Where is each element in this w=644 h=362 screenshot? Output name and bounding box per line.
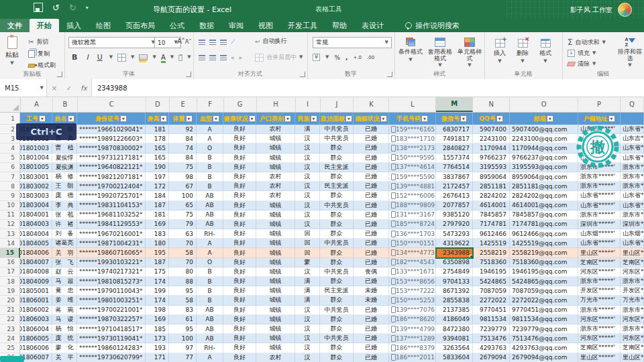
cell-L18[interactable]: 153****8656 (389, 277, 436, 286)
cell-D2[interactable]: 181 (146, 125, 169, 134)
cell-A24[interactable]: 201806005 (20, 334, 52, 343)
filter-button-P[interactable]: ▼ (608, 115, 615, 122)
cell-B4[interactable]: 曹 植 (52, 143, 77, 153)
underline-button[interactable]: U (95, 53, 105, 62)
cell-I14[interactable]: 回 (295, 239, 320, 248)
cell-L2[interactable]: 159****6165 (389, 125, 436, 134)
fill-button[interactable]: ↓ 填充 ▼ (568, 49, 606, 58)
cell-B15[interactable]: 关 羽 (52, 248, 77, 257)
cell-I9[interactable]: 汉 (295, 191, 320, 200)
cell-K19[interactable]: 未婚 (354, 286, 389, 296)
column-header-I[interactable]: I (296, 97, 321, 112)
cell-H5[interactable]: 城镇 (256, 154, 295, 163)
column-header-A[interactable]: A (21, 97, 53, 112)
cell-G26[interactable]: 良好 (223, 353, 256, 362)
cell-F7[interactable]: B (197, 172, 223, 182)
cell-Q3[interactable]: 山东吉*** (621, 134, 644, 143)
cell-L4[interactable]: 138****2173 (389, 143, 436, 153)
cell-Q19[interactable]: 开发区*** (621, 286, 644, 296)
cell-O5[interactable]: 9766237@qq.com (510, 154, 578, 163)
cell-O7[interactable]: 8959064@qq.com (510, 172, 578, 182)
cell-Q13[interactable]: 山东烟*** (621, 229, 644, 239)
cell-O12[interactable]: 7174781@qq.com (510, 220, 578, 229)
cell-G4[interactable]: 良好 (223, 143, 256, 153)
undo-icon[interactable]: ↺ (52, 3, 60, 12)
cell-O6[interactable]: 3195593@qq.com (510, 163, 578, 172)
cell-O4[interactable]: 1170944@qq.com (510, 143, 578, 153)
cell-G25[interactable]: 良好 (223, 343, 256, 353)
merge-center-button[interactable]: 合并后居中 ▼ (255, 53, 303, 62)
cell-Q6[interactable]: 浙东市*** (621, 163, 644, 172)
filter-button-L[interactable]: ▼ (421, 115, 428, 122)
cell-F2[interactable]: A (197, 125, 223, 134)
copy-button[interactable]: 复制 (28, 50, 50, 58)
cell-Q7[interactable]: 浙东市*** (621, 172, 644, 182)
name-box-dropdown-icon[interactable]: ▼ (40, 86, 44, 90)
tab-insert[interactable]: 插入 (59, 19, 89, 32)
cell-K15[interactable]: 已婚 (354, 248, 389, 257)
cell-H15[interactable]: 城镇 (256, 248, 295, 257)
row-header-22[interactable]: 22 (0, 315, 20, 324)
cell-D3[interactable]: 178 (146, 134, 169, 143)
align-top-icon[interactable] (199, 40, 205, 45)
cell-H6[interactable]: 城镇 (256, 163, 295, 172)
cell-P23[interactable]: 浙东市*****' (578, 324, 621, 334)
cell-H25[interactable]: 城镇 (256, 343, 295, 353)
cell-M4[interactable]: 2840827 (436, 143, 473, 153)
cell-O21[interactable]: 9770451@qq.com (510, 306, 578, 315)
cell-P16[interactable]: 芝南区*****' (578, 258, 621, 267)
fill-color-dropdown-icon[interactable]: ▼ (152, 55, 156, 60)
cell-L17[interactable]: 133****1671 (389, 267, 436, 277)
cell-Q20[interactable]: 万光市*** (621, 296, 644, 305)
cell-B5[interactable]: 夏侯惇 (52, 154, 77, 163)
cell-Q10[interactable]: 山东省*** (621, 201, 644, 210)
cell-P4[interactable]: 山东省*****' (578, 143, 621, 153)
tab-table-design[interactable]: 表设计 (354, 19, 391, 32)
row-header-19[interactable]: 19 (0, 286, 20, 296)
cell-H20[interactable]: 城镇 (256, 296, 295, 305)
cell-P15[interactable]: 里山区*****' (578, 248, 621, 257)
cell-I8[interactable]: 汉 (295, 182, 320, 191)
name-box[interactable]: M15 ▼ (0, 79, 47, 97)
cell-N21[interactable]: 9770451 (473, 306, 510, 315)
accounting-dropdown-icon[interactable]: ▼ (325, 55, 329, 60)
cell-J9[interactable]: 群众 (320, 191, 354, 200)
cell-A18[interactable]: 201804009 (20, 277, 52, 286)
cell-I6[interactable]: 汉 (295, 163, 320, 172)
cell-P2[interactable]: 山东省*****' (578, 125, 621, 134)
cell-G10[interactable]: 良好 (223, 201, 256, 210)
cell-M9[interactable]: 2676413 (436, 191, 473, 200)
borders-dropdown-icon[interactable]: ▼ (131, 55, 134, 60)
bold-button[interactable]: B (70, 53, 79, 62)
cell-A8[interactable]: 201803002 (20, 182, 52, 191)
alignment-dialog-launcher[interactable] (300, 72, 305, 77)
cell-A16[interactable]: 201804007 (20, 258, 52, 267)
cell-G22[interactable]: 良好 (223, 315, 256, 324)
cell-N19[interactable]: 7087059 (473, 286, 510, 296)
cell-C13[interactable]: ******19670216001* (77, 229, 146, 239)
cell-N23[interactable]: 7239779 (473, 324, 510, 334)
cell-O9[interactable]: 2824202@qq.com (510, 191, 578, 200)
column-header-G[interactable]: G (224, 97, 257, 112)
cell-E18[interactable]: 88 (169, 277, 197, 286)
row-header-24[interactable]: 24 (0, 334, 20, 343)
cell-F24[interactable]: AB (197, 334, 223, 343)
cell-D6[interactable]: 190 (146, 163, 169, 172)
cell-I3[interactable]: 汉 (295, 134, 320, 143)
cell-Q17[interactable]: 河东区*** (621, 267, 644, 277)
cell-E2[interactable]: 92 (169, 125, 197, 134)
cell-G2[interactable]: 良好 (223, 125, 256, 134)
cell-D25[interactable]: 193 (146, 343, 169, 353)
cell-I23[interactable]: 汉 (295, 324, 320, 334)
cell-F20[interactable]: B (197, 296, 223, 305)
cell-F11[interactable]: AB (197, 210, 223, 220)
cell-H12[interactable]: 城镇 (256, 220, 295, 229)
cell-J11[interactable]: 群众 (320, 210, 354, 220)
cell-D24[interactable]: 173 (146, 334, 169, 343)
cell-F4[interactable]: O (197, 143, 223, 153)
cell-A25[interactable]: 201806006 (20, 343, 52, 353)
cell-B22[interactable]: 马 谡 (52, 315, 77, 324)
cell-A6[interactable]: 201801005 (20, 163, 52, 172)
cell-H10[interactable]: 城镇 (256, 201, 295, 210)
select-all-button[interactable] (0, 97, 21, 112)
